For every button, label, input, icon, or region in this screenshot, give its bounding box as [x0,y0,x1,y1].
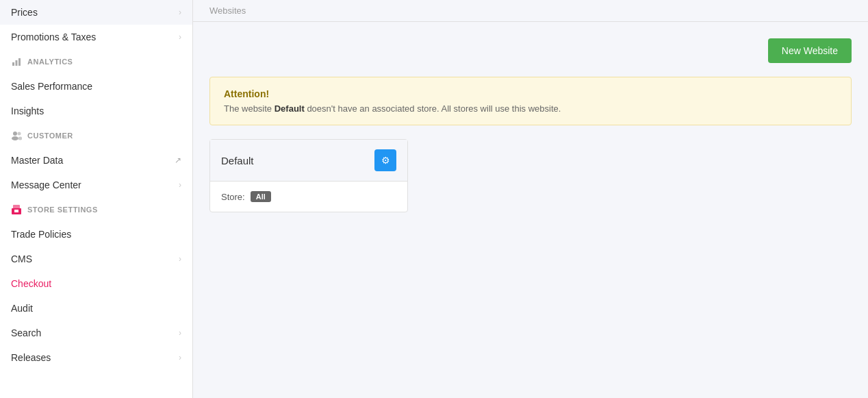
sidebar-item-label: Promotions & Taxes [11,32,96,42]
breadcrumb: Websites [193,0,868,22]
chevron-right-icon: › [179,180,181,190]
gear-icon: ⚙ [381,155,390,166]
svg-point-6 [18,137,23,140]
sidebar-item-label: Master Data [11,155,63,166]
alert-body-prefix: The website [224,103,275,114]
sidebar-item-insights[interactable]: Insights [0,99,192,123]
store-label: Store: [221,192,245,202]
sidebar-item-label: Message Center [11,179,81,190]
store-info: Store: All [221,191,396,202]
alert-title: Attention! [224,88,837,99]
chevron-right-icon: › [179,353,181,362]
store-settings-section-label: STORE SETTINGS [27,206,98,214]
sidebar-item-checkout[interactable]: Checkout [0,271,192,296]
svg-rect-1 [16,60,18,66]
bar-chart-icon [11,56,22,67]
sidebar-item-search[interactable]: Search › [0,321,192,345]
website-settings-button[interactable]: ⚙ [374,149,396,171]
svg-rect-8 [13,205,20,209]
sidebar-item-message-center[interactable]: Message Center › [0,173,192,197]
website-card: Default ⚙ Store: All [209,139,408,212]
sidebar-item-label: Insights [11,105,44,116]
sidebar-item-trade-policies[interactable]: Trade Policies [0,222,192,247]
website-card-body: Store: All [210,182,407,212]
external-link-icon: ↗ [175,156,181,165]
main-content: Websites New Website Attention! The webs… [193,0,868,398]
sidebar-item-promotions-taxes[interactable]: Promotions & Taxes › [0,25,192,49]
svg-rect-9 [14,210,18,212]
sidebar-item-label: Search [11,327,41,338]
chevron-right-icon: › [179,254,181,264]
alert-bold-text: Default [275,103,305,114]
sidebar-item-cms[interactable]: CMS › [0,247,192,271]
sidebar-item-label: Audit [11,303,33,314]
alert-body: The website Default doesn't have an asso… [224,103,837,114]
top-bar: New Website [209,38,852,63]
store-badge: All [251,191,271,202]
people-icon [11,130,22,141]
sidebar-item-label: Releases [11,352,51,363]
svg-point-3 [13,132,17,136]
sidebar-item-label: Trade Policies [11,229,71,240]
svg-point-5 [18,132,21,136]
alert-body-suffix: doesn't have an associated store. All st… [305,103,561,114]
sidebar: Prices › Promotions & Taxes › ANALYTICS … [0,0,193,398]
svg-rect-0 [12,62,14,66]
sidebar-section-analytics: ANALYTICS [0,49,192,74]
new-website-button[interactable]: New Website [768,38,852,63]
customer-section-label: CUSTOMER [27,132,73,140]
sidebar-item-label: CMS [11,253,32,264]
sidebar-item-prices[interactable]: Prices › [0,0,192,25]
sidebar-item-label: Prices [11,7,38,18]
sidebar-item-sales-performance[interactable]: Sales Performance [0,74,192,99]
website-card-header: Default ⚙ [210,140,407,182]
svg-rect-2 [18,58,21,66]
sidebar-section-customer: CUSTOMER [0,123,192,148]
sidebar-item-label: Sales Performance [11,81,92,92]
sidebar-item-master-data[interactable]: Master Data ↗ [0,148,192,173]
analytics-section-label: ANALYTICS [27,58,73,66]
chevron-right-icon: › [179,328,181,338]
website-card-title: Default [221,155,254,166]
sidebar-item-audit[interactable]: Audit [0,296,192,321]
store-icon [11,204,22,215]
attention-alert: Attention! The website Default doesn't h… [209,77,852,125]
page-content: New Website Attention! The website Defau… [193,22,868,398]
sidebar-item-releases[interactable]: Releases › [0,345,192,370]
chevron-right-icon: › [179,32,181,42]
sidebar-section-store-settings: STORE SETTINGS [0,197,192,222]
chevron-right-icon: › [179,8,181,17]
svg-point-4 [12,136,18,140]
sidebar-item-label: Checkout [11,278,51,289]
